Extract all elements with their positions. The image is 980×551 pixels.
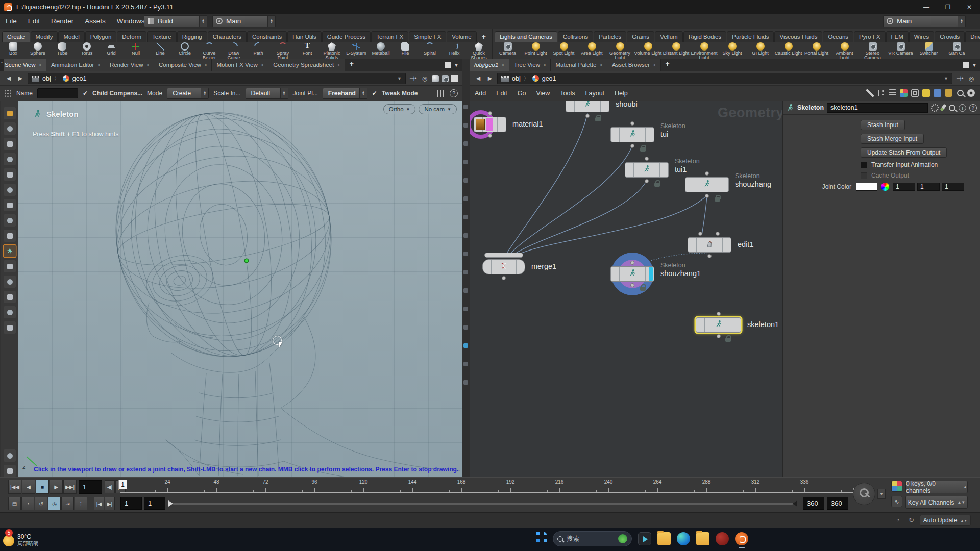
pane-strip-icon-9[interactable] bbox=[463, 270, 468, 274]
take-spinner[interactable]: ▲▼ bbox=[958, 16, 965, 27]
grid-icon[interactable] bbox=[911, 89, 919, 97]
pane-strip-icon-7[interactable] bbox=[463, 233, 468, 238]
close-tab-icon[interactable]: x bbox=[147, 62, 150, 67]
shelf-tool-spot-light[interactable]: Spot Light bbox=[550, 42, 578, 59]
pane-strip-icon-4[interactable] bbox=[463, 178, 468, 183]
bucket-icon[interactable] bbox=[945, 89, 952, 97]
snap-tool[interactable] bbox=[4, 291, 16, 303]
pane-layout-icon[interactable] bbox=[963, 62, 969, 68]
close-tab-icon[interactable]: x bbox=[261, 62, 264, 67]
shelf-tool-box[interactable]: Box bbox=[1, 42, 26, 59]
current-frame-field[interactable]: 1 bbox=[79, 480, 102, 494]
range-track[interactable] bbox=[173, 503, 793, 505]
output-dot[interactable] bbox=[585, 114, 590, 118]
close-tab-icon[interactable]: x bbox=[39, 62, 42, 67]
node-merge1[interactable] bbox=[482, 259, 525, 274]
shelf-tool-draw-curve[interactable]: Draw Curve bbox=[222, 42, 246, 59]
shelf-tool-gi-light[interactable]: GI Light bbox=[746, 42, 774, 59]
shelf-tool-camera[interactable]: Camera bbox=[494, 42, 522, 59]
network-menu-edit[interactable]: Edit bbox=[491, 90, 512, 97]
shelf-tool-sky-light[interactable]: Sky Light bbox=[718, 42, 746, 59]
camera-view-icon[interactable] bbox=[442, 75, 449, 82]
pane-strip-icon-6[interactable] bbox=[463, 215, 468, 219]
forward-button[interactable]: ▶ bbox=[16, 74, 25, 83]
shelf-tab-drive-simulation[interactable]: Drive Simulation bbox=[965, 31, 980, 42]
scale-tool[interactable] bbox=[4, 199, 16, 211]
input-dot[interactable] bbox=[645, 157, 649, 161]
network-editor[interactable]: Geometry shoubimaterial1SkeletontuiSkele… bbox=[470, 101, 782, 477]
prev-key-button[interactable]: |◀ bbox=[94, 497, 104, 510]
move-tool[interactable] bbox=[4, 168, 16, 181]
shelf-tool-torus[interactable]: Torus bbox=[75, 42, 99, 59]
close-tab-icon[interactable]: x bbox=[337, 62, 340, 67]
transfer-input-animation-checkbox[interactable] bbox=[861, 162, 867, 168]
pane-strip-icon-14[interactable] bbox=[463, 362, 468, 366]
range-left-handle[interactable] bbox=[168, 500, 173, 507]
shelf-tab-fem[interactable]: FEM bbox=[886, 31, 909, 42]
net-forward-button[interactable]: ▶ bbox=[485, 74, 495, 83]
shelf-tool-sphere[interactable]: Sphere bbox=[26, 42, 50, 59]
pane-strip-icon-2[interactable] bbox=[463, 141, 468, 146]
media-app-icon[interactable] bbox=[638, 532, 651, 545]
input-dot[interactable] bbox=[488, 111, 492, 115]
current-frame-marker[interactable]: 1 bbox=[118, 480, 127, 489]
joint-color-swatch[interactable] bbox=[856, 183, 877, 191]
brush-tool[interactable] bbox=[4, 153, 16, 165]
camera-selector[interactable]: No cam▼ bbox=[419, 104, 457, 114]
output-dot[interactable] bbox=[488, 134, 492, 138]
pane-tab-asset-browser[interactable]: Asset Browserx bbox=[607, 59, 661, 71]
shelf-tab-rigging[interactable]: Rigging bbox=[177, 31, 207, 42]
taskbar-search[interactable]: 搜索 bbox=[553, 531, 632, 546]
shelf-tool-font[interactable]: Font bbox=[295, 42, 320, 59]
pin-icon[interactable]: ⊣• bbox=[408, 75, 418, 82]
ortho-selector[interactable]: Ortho▼ bbox=[383, 104, 416, 114]
shelf-tool-circle[interactable]: Circle bbox=[173, 42, 197, 59]
file-explorer-icon[interactable] bbox=[657, 532, 671, 545]
pane-strip-icon-0[interactable] bbox=[463, 105, 468, 109]
shelf-tab-particle-fluids[interactable]: Particle Fluids bbox=[727, 31, 774, 42]
close-tab-icon[interactable]: x bbox=[544, 62, 546, 67]
right-breadcrumb[interactable]: obj 〉 geo1 ▼ bbox=[497, 73, 952, 84]
shelf-tab-guide-process[interactable]: Guide Process bbox=[322, 31, 371, 42]
input-dot[interactable] bbox=[630, 121, 634, 126]
shelf-tool-volume-light[interactable]: Volume Light bbox=[634, 42, 662, 59]
start-button[interactable] bbox=[533, 532, 547, 545]
pane-menu-icon[interactable]: ▼ bbox=[454, 62, 459, 68]
shelf-tool-tube[interactable]: Tube bbox=[50, 42, 75, 59]
node-skeleton1[interactable] bbox=[696, 317, 741, 333]
range-start2-field[interactable]: 1 bbox=[144, 497, 165, 510]
child-compensation-checkbox[interactable]: ✓ bbox=[83, 90, 88, 97]
shelf-tab-simple-fx[interactable]: Simple FX bbox=[409, 31, 446, 42]
view-tool[interactable] bbox=[4, 107, 16, 119]
rotate-tool[interactable] bbox=[4, 184, 16, 196]
brush-icon[interactable] bbox=[940, 104, 947, 112]
output-dot[interactable] bbox=[705, 194, 709, 198]
shelf-tab-pyro-fx[interactable]: Pyro FX bbox=[854, 31, 886, 42]
pane-tab-tree-view[interactable]: Tree Viewx bbox=[509, 59, 551, 71]
pane-tab--obj-geo1[interactable]: /obj/geo1x bbox=[470, 59, 509, 71]
autokey-icon[interactable] bbox=[891, 481, 902, 492]
tweak-mode-checkbox[interactable]: ✓ bbox=[372, 90, 377, 97]
close-button[interactable]: ✕ bbox=[959, 0, 980, 14]
output-dot[interactable] bbox=[717, 334, 721, 338]
shelf-tab-particles[interactable]: Particles bbox=[594, 31, 626, 42]
minimize-button[interactable]: — bbox=[916, 0, 937, 14]
desktop-selector[interactable]: Build ▲▼ bbox=[144, 15, 207, 27]
radial-menu-selector[interactable]: Main ▲▼ bbox=[212, 15, 276, 27]
pane-tab-motion-fx-view[interactable]: Motion FX Viewx bbox=[212, 59, 268, 71]
snapshot-tool[interactable] bbox=[4, 449, 16, 462]
name-input[interactable] bbox=[37, 88, 78, 98]
add-pane-tab-button[interactable]: + bbox=[345, 59, 358, 71]
pane-tab-material-palette[interactable]: Material Palettex bbox=[551, 59, 607, 71]
select-tool[interactable] bbox=[4, 122, 16, 135]
skeleton-tool[interactable] bbox=[4, 245, 16, 257]
desktop-spinner[interactable]: ▲▼ bbox=[199, 16, 207, 27]
follow-icon[interactable]: ◎ bbox=[967, 75, 976, 82]
red-app-icon[interactable] bbox=[716, 532, 729, 545]
prev-frame-button[interactable]: ◀| bbox=[105, 480, 115, 493]
shelf-tool-stereo-camera[interactable]: Stereo Camera bbox=[859, 42, 887, 59]
node-tui[interactable] bbox=[610, 127, 654, 142]
input-dot[interactable] bbox=[705, 171, 709, 176]
shelf-tab-rigid-bodies[interactable]: Rigid Bodies bbox=[683, 31, 727, 42]
shelf-tab-hair-utils[interactable]: Hair Utils bbox=[287, 31, 322, 42]
